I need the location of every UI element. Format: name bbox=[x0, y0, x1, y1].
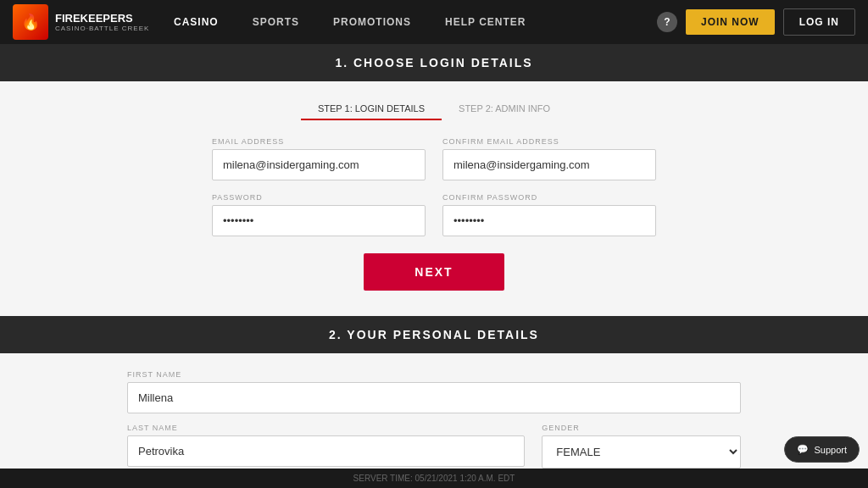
logo-area: 🔥 FIREKEEPERS CASINO·BATTLE CREEK bbox=[13, 4, 157, 40]
support-label: Support bbox=[814, 445, 847, 455]
last-name-group: LAST NAME bbox=[127, 424, 525, 469]
password-label: PASSWORD bbox=[212, 193, 426, 202]
last-name-gender-row: LAST NAME GENDER FEMALE MALE OTHER bbox=[127, 424, 741, 469]
password-group: PASSWORD bbox=[212, 193, 426, 236]
join-now-button[interactable]: JOIN NOW bbox=[686, 9, 775, 35]
email-group: EMAIL ADDRESS bbox=[212, 137, 426, 180]
nav-help[interactable]: HELP CENTER bbox=[445, 16, 526, 28]
gender-label: GENDER bbox=[542, 424, 741, 432]
step2-header: 2. YOUR PERSONAL DETAILS bbox=[0, 316, 868, 353]
first-name-label: FIRST NAME bbox=[127, 370, 741, 379]
tab-step1[interactable]: STEP 1: LOGIN DETAILS bbox=[301, 98, 442, 120]
confirm-password-input[interactable] bbox=[442, 205, 656, 236]
nav-promotions[interactable]: PROMOTIONS bbox=[333, 16, 411, 28]
confirm-password-group: CONFIRM PASSWORD bbox=[442, 193, 656, 236]
logo-sub: CASINO·BATTLE CREEK bbox=[55, 25, 149, 32]
step1-panel: STEP 1: LOGIN DETAILS STEP 2: ADMIN INFO… bbox=[0, 81, 868, 316]
confirm-email-input[interactable] bbox=[442, 149, 656, 180]
footer-bar: SERVER TIME: 05/21/2021 1:20 A.M. EDT bbox=[0, 469, 868, 488]
step1-header: 1. CHOOSE LOGIN DETAILS bbox=[0, 44, 868, 81]
gender-select[interactable]: FEMALE MALE OTHER bbox=[542, 435, 741, 469]
confirm-email-label: CONFIRM EMAIL ADDRESS bbox=[442, 137, 656, 146]
next-button[interactable]: NEXT bbox=[364, 253, 504, 291]
password-input[interactable] bbox=[212, 205, 426, 236]
nav-casino[interactable]: CASINO bbox=[174, 16, 219, 28]
step1-title: 1. CHOOSE LOGIN DETAILS bbox=[335, 56, 532, 69]
step2-title: 2. YOUR PERSONAL DETAILS bbox=[329, 328, 539, 341]
support-button[interactable]: 💬 Support bbox=[784, 436, 860, 463]
step-tabs: STEP 1: LOGIN DETAILS STEP 2: ADMIN INFO bbox=[212, 98, 656, 120]
main-content: 1. CHOOSE LOGIN DETAILS STEP 1: LOGIN DE… bbox=[0, 44, 868, 488]
password-row: PASSWORD CONFIRM PASSWORD bbox=[212, 193, 656, 236]
nav-sports[interactable]: SPORTS bbox=[253, 16, 299, 28]
nav-links: CASINO SPORTS PROMOTIONS HELP CENTER bbox=[174, 16, 657, 28]
first-name-group: FIRST NAME bbox=[127, 370, 741, 413]
logo-icon: 🔥 bbox=[13, 4, 48, 40]
first-name-input[interactable] bbox=[127, 382, 741, 413]
email-input[interactable] bbox=[212, 149, 426, 180]
support-icon: 💬 bbox=[797, 444, 809, 455]
tab-step2[interactable]: STEP 2: ADMIN INFO bbox=[442, 98, 567, 120]
header: 🔥 FIREKEEPERS CASINO·BATTLE CREEK CASINO… bbox=[0, 0, 868, 44]
help-button[interactable]: ? bbox=[657, 12, 677, 32]
server-time: SERVER TIME: 05/21/2021 1:20 A.M. EDT bbox=[353, 474, 515, 483]
last-name-input[interactable] bbox=[127, 435, 525, 467]
header-right: ? JOIN NOW LOG IN bbox=[657, 8, 855, 36]
confirm-email-group: CONFIRM EMAIL ADDRESS bbox=[442, 137, 656, 180]
logo-text-group: FIREKEEPERS CASINO·BATTLE CREEK bbox=[55, 12, 149, 33]
log-in-button[interactable]: LOG IN bbox=[783, 8, 855, 36]
gender-group: GENDER FEMALE MALE OTHER bbox=[542, 424, 741, 469]
email-label: EMAIL ADDRESS bbox=[212, 137, 426, 146]
last-name-label: LAST NAME bbox=[127, 424, 525, 432]
email-row: EMAIL ADDRESS CONFIRM EMAIL ADDRESS bbox=[212, 137, 656, 180]
confirm-password-label: CONFIRM PASSWORD bbox=[442, 193, 656, 202]
logo-name: FIREKEEPERS bbox=[55, 12, 149, 25]
